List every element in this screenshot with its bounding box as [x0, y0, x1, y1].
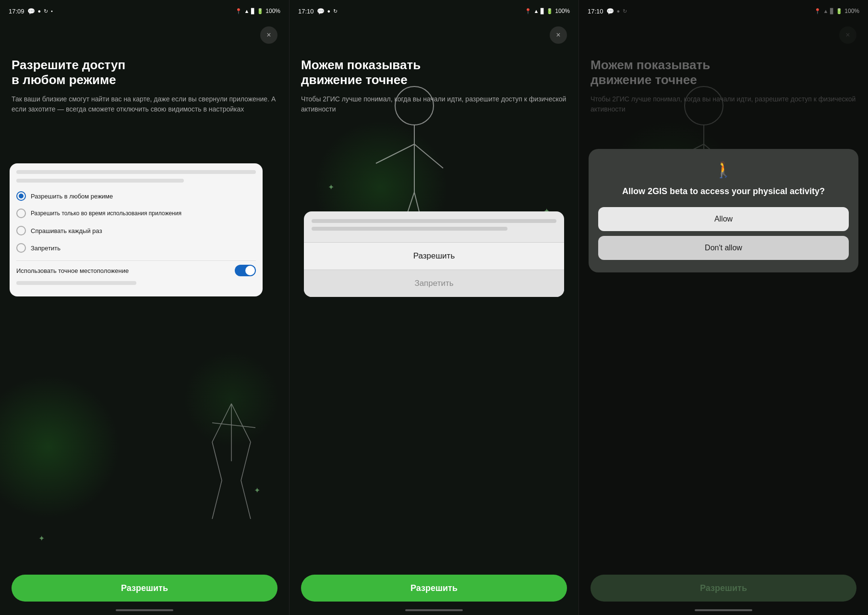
- location-icon: 📍: [235, 8, 242, 14]
- phone-panel-1: 17:09 💬 ● ↻ • 📍 ▲ ▊ 🔋 100% × Разрешите д…: [0, 0, 289, 615]
- content-2: Можем показыватьдвижение точнее Чтобы 2Г…: [289, 20, 579, 615]
- phone-panel-3: 17:10 💬 ● ↻ 📍 ▲ ▊ 🔋 100% × Можем показыв…: [579, 0, 868, 615]
- dialog-allow-label: Allow: [714, 215, 733, 223]
- time-3: 17:10: [588, 8, 603, 15]
- subtext-3: Чтобы 2ГИС лучше понимал, когда вы начал…: [591, 94, 856, 114]
- sparkle-2: ✦: [254, 486, 260, 495]
- card-bar2-1: [312, 219, 556, 223]
- battery-percent-3: 100%: [844, 8, 859, 14]
- status-bar-3: 17:10 💬 ● ↻ 📍 ▲ ▊ 🔋 100%: [579, 0, 868, 20]
- close-icon-3: ×: [845, 31, 850, 39]
- status-bar-1: 17:09 💬 ● ↻ • 📍 ▲ ▊ 🔋 100%: [0, 0, 289, 20]
- card-header-2: [304, 211, 564, 242]
- allow-button-2[interactable]: Разрешить: [301, 575, 567, 602]
- close-button-1[interactable]: ×: [260, 26, 277, 44]
- signal-bars-icon: ▊: [251, 8, 255, 14]
- subtext-2: Чтобы 2ГИС лучше понимал, когда вы начал…: [301, 94, 567, 114]
- sync-icon: ↻: [44, 8, 48, 14]
- card-bar-top: [16, 170, 256, 174]
- subtext-1: Так ваши близкие смогут найти вас на кар…: [12, 94, 277, 114]
- home-indicator-3: [695, 609, 752, 611]
- card-bar-bottom: [16, 281, 136, 285]
- wifi-icon-3: ▲: [823, 8, 828, 14]
- content-3: Можем показыватьдвижение точнее Чтобы 2Г…: [579, 20, 868, 615]
- allow-button-1[interactable]: Разрешить: [12, 575, 277, 602]
- battery-icon: 🔋: [257, 8, 264, 14]
- allow-button-label-1: Разрешить: [121, 583, 168, 593]
- heading-3: Можем показыватьдвижение точнее: [591, 58, 856, 87]
- home-indicator-2: [405, 609, 463, 611]
- phone-panel-2: 17:10 💬 ● ↻ 📍 ▲ ▊ 🔋 100% × Можем показыв…: [289, 0, 579, 615]
- time-1: 17:09: [9, 8, 24, 15]
- sparkle-2a: ✦: [328, 183, 334, 192]
- activity-icon: 🚶: [714, 160, 733, 179]
- whatsapp-icon-2: 💬: [317, 8, 325, 15]
- signal-bars-icon-3: ▊: [830, 8, 834, 14]
- dialog-deny-label: Don't allow: [705, 244, 742, 252]
- dialog-title: Allow 2GIS beta to access your physical …: [622, 185, 825, 197]
- signal-bars-icon-2: ▊: [541, 8, 544, 14]
- battery-icon-3: 🔋: [836, 8, 843, 14]
- whatsapp-icon-3: 💬: [606, 8, 614, 15]
- card-bar2-2: [312, 227, 507, 231]
- heading-2: Можем показыватьдвижение точнее: [301, 58, 567, 87]
- signal-icon-3: ●: [617, 8, 620, 14]
- system-dialog: 🚶 Allow 2GIS beta to access your physica…: [589, 149, 858, 272]
- time-2: 17:10: [298, 8, 314, 15]
- wifi-icon: ▲: [244, 8, 249, 14]
- wifi-icon-2: ▲: [533, 8, 539, 14]
- location-icon-2: 📍: [525, 8, 531, 14]
- radio-option-3[interactable]: Спрашивать каждый раз: [16, 222, 256, 239]
- close-icon-1: ×: [266, 31, 271, 39]
- card-allow-button[interactable]: Разрешить: [304, 242, 564, 270]
- radio-option-2[interactable]: Разрешить только во время использования …: [16, 205, 256, 222]
- battery-percent-1: 100%: [265, 8, 280, 14]
- radio-label-1: Разрешить в любом режиме: [31, 193, 113, 200]
- close-button-3[interactable]: ×: [839, 26, 856, 44]
- dialog-allow-button[interactable]: Allow: [598, 207, 849, 231]
- allow-button-label-3: Разрешить: [700, 583, 747, 593]
- radio-label-4: Запретить: [31, 245, 60, 252]
- radio-circle-1: [16, 191, 26, 201]
- dialog-deny-button[interactable]: Don't allow: [598, 236, 849, 260]
- toggle-row[interactable]: Использовать точное местоположение: [16, 260, 256, 276]
- dialog-app-name: 2GIS beta: [648, 186, 687, 196]
- toggle-switch[interactable]: [235, 265, 256, 276]
- card-allow-label: Разрешить: [413, 251, 455, 260]
- dot-icon: •: [51, 9, 53, 14]
- card-bar-mid: [16, 179, 184, 183]
- toggle-label: Использовать точное местоположение: [16, 267, 129, 274]
- heading-1: Разрешите доступв любом режиме: [12, 58, 277, 87]
- radio-option-1[interactable]: Разрешить в любом режиме: [16, 187, 256, 205]
- content-1: Разрешите доступв любом режиме Так ваши …: [0, 20, 289, 615]
- battery-icon-2: 🔋: [546, 8, 553, 14]
- allow-button-3: Разрешить: [591, 575, 856, 602]
- radio-label-3: Спрашивать каждый раз: [31, 227, 102, 234]
- whatsapp-icon: 💬: [27, 8, 35, 15]
- card-deny-button[interactable]: Запретить: [304, 270, 564, 297]
- signal-icon: ●: [38, 8, 41, 14]
- sparkle-3: ✦: [38, 534, 45, 543]
- radio-circle-2: [16, 209, 26, 218]
- permission-card-2: Разрешить Запретить: [304, 211, 564, 297]
- close-icon-2: ×: [556, 31, 560, 39]
- allow-button-label-2: Разрешить: [410, 583, 458, 593]
- radio-circle-3: [16, 226, 26, 235]
- radio-option-4[interactable]: Запретить: [16, 239, 256, 257]
- radio-label-2: Разрешить только во время использования …: [31, 210, 181, 217]
- sync-icon-2: ↻: [333, 8, 338, 14]
- close-button-2[interactable]: ×: [550, 26, 567, 44]
- card-deny-label: Запретить: [414, 279, 453, 288]
- signal-icon-2: ●: [327, 8, 331, 14]
- location-icon-3: 📍: [814, 8, 821, 14]
- permission-card-1: Разрешить в любом режиме Разрешить тольк…: [10, 163, 263, 296]
- sync-icon-3: ↻: [623, 8, 627, 14]
- home-indicator-1: [116, 609, 173, 611]
- radio-circle-4: [16, 243, 26, 253]
- status-bar-2: 17:10 💬 ● ↻ 📍 ▲ ▊ 🔋 100%: [289, 0, 579, 20]
- battery-percent-2: 100%: [555, 8, 570, 14]
